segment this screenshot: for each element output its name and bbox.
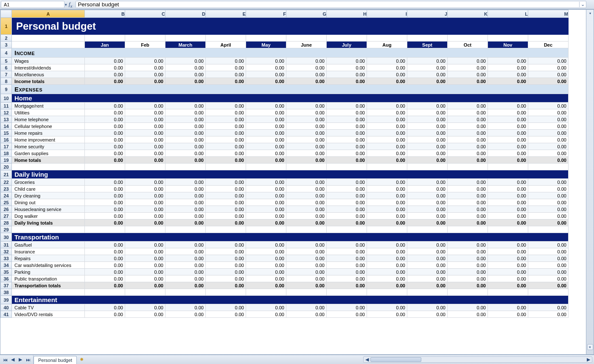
value-cell[interactable]: 0.00 xyxy=(488,220,528,226)
value-cell[interactable]: 0.00 xyxy=(327,150,367,157)
row-header[interactable]: 29 xyxy=(1,226,12,233)
value-cell[interactable]: 0.00 xyxy=(488,304,528,311)
income-row[interactable]: Miscellaneous xyxy=(12,71,85,78)
value-cell[interactable]: 0.00 xyxy=(327,157,367,164)
value-cell[interactable]: 0.00 xyxy=(206,220,246,226)
value-cell[interactable]: 0.00 xyxy=(448,242,488,248)
value-cell[interactable]: 0.00 xyxy=(528,311,569,318)
value-cell[interactable]: 0.00 xyxy=(206,269,246,275)
row-header[interactable]: 9 xyxy=(1,85,12,94)
value-cell[interactable]: 0.00 xyxy=(206,262,246,269)
expense-row[interactable]: Car wash/detailing services xyxy=(12,262,85,269)
expense-row[interactable]: Repairs xyxy=(12,255,85,262)
value-cell[interactable]: 0.00 xyxy=(85,304,125,311)
value-cell[interactable]: 0.00 xyxy=(246,64,286,71)
value-cell[interactable]: 0.00 xyxy=(125,275,165,282)
value-cell[interactable]: 0.00 xyxy=(407,206,448,213)
value-cell[interactable]: 0.00 xyxy=(448,64,488,71)
value-cell[interactable]: 0.00 xyxy=(327,109,367,116)
value-cell[interactable]: 0.00 xyxy=(246,58,286,64)
cell[interactable] xyxy=(407,164,448,170)
expense-row[interactable]: Cable TV xyxy=(12,304,85,311)
value-cell[interactable]: 0.00 xyxy=(448,78,488,85)
row-header[interactable]: 26 xyxy=(1,206,12,213)
value-cell[interactable]: 0.00 xyxy=(367,220,407,226)
expense-row[interactable]: Cellular telephone xyxy=(12,123,85,130)
value-cell[interactable]: 0.00 xyxy=(125,269,165,275)
value-cell[interactable]: 0.00 xyxy=(165,311,206,318)
cell[interactable] xyxy=(528,226,569,233)
value-cell[interactable]: 0.00 xyxy=(85,248,125,255)
value-cell[interactable]: 0.00 xyxy=(407,58,448,64)
expense-row[interactable]: Groceries xyxy=(12,179,85,186)
sheet-tab[interactable]: Personal budget xyxy=(34,356,77,364)
value-cell[interactable]: 0.00 xyxy=(165,213,206,220)
horizontal-scrollbar[interactable]: ◀ ▶ xyxy=(363,356,592,363)
value-cell[interactable]: 0.00 xyxy=(327,136,367,143)
title-cell[interactable]: Personal budget xyxy=(12,18,569,35)
month-header[interactable]: Sept xyxy=(407,42,448,48)
tab-first-icon[interactable]: ⏮ xyxy=(2,357,8,362)
value-cell[interactable]: 0.00 xyxy=(327,199,367,206)
scroll-track[interactable] xyxy=(370,357,585,362)
row-header[interactable]: 13 xyxy=(1,116,12,123)
value-cell[interactable]: 0.00 xyxy=(407,275,448,282)
month-header[interactable]: March xyxy=(165,42,206,48)
value-cell[interactable]: 0.00 xyxy=(246,248,286,255)
cell[interactable] xyxy=(165,164,206,170)
month-header[interactable]: June xyxy=(286,42,327,48)
value-cell[interactable]: 0.00 xyxy=(165,116,206,123)
value-cell[interactable]: 0.00 xyxy=(85,130,125,136)
cell[interactable] xyxy=(327,164,367,170)
row-header[interactable]: 24 xyxy=(1,192,12,199)
value-cell[interactable]: 0.00 xyxy=(206,255,246,262)
value-cell[interactable]: 0.00 xyxy=(488,103,528,109)
value-cell[interactable]: 0.00 xyxy=(246,255,286,262)
value-cell[interactable]: 0.00 xyxy=(286,58,327,64)
row-header[interactable]: 38 xyxy=(1,289,12,296)
row-header[interactable]: 16 xyxy=(1,136,12,143)
cell[interactable] xyxy=(407,226,448,233)
value-cell[interactable]: 0.00 xyxy=(327,116,367,123)
value-cell[interactable]: 0.00 xyxy=(286,109,327,116)
value-cell[interactable]: 0.00 xyxy=(488,109,528,116)
value-cell[interactable]: 0.00 xyxy=(528,78,569,85)
value-cell[interactable]: 0.00 xyxy=(246,136,286,143)
value-cell[interactable]: 0.00 xyxy=(286,311,327,318)
value-cell[interactable]: 0.00 xyxy=(246,109,286,116)
value-cell[interactable]: 0.00 xyxy=(528,192,569,199)
value-cell[interactable]: 0.00 xyxy=(528,282,569,289)
value-cell[interactable]: 0.00 xyxy=(246,192,286,199)
value-cell[interactable]: 0.00 xyxy=(488,143,528,150)
value-cell[interactable]: 0.00 xyxy=(528,199,569,206)
value-cell[interactable]: 0.00 xyxy=(85,262,125,269)
value-cell[interactable]: 0.00 xyxy=(85,136,125,143)
add-sheet-icon[interactable]: ✸ xyxy=(77,355,86,364)
value-cell[interactable]: 0.00 xyxy=(367,255,407,262)
value-cell[interactable]: 0.00 xyxy=(85,199,125,206)
value-cell[interactable]: 0.00 xyxy=(125,262,165,269)
value-cell[interactable]: 0.00 xyxy=(165,143,206,150)
value-cell[interactable]: 0.00 xyxy=(85,103,125,109)
value-cell[interactable]: 0.00 xyxy=(327,248,367,255)
value-cell[interactable]: 0.00 xyxy=(327,192,367,199)
value-cell[interactable]: 0.00 xyxy=(85,282,125,289)
value-cell[interactable]: 0.00 xyxy=(528,136,569,143)
value-cell[interactable]: 0.00 xyxy=(367,78,407,85)
cell[interactable] xyxy=(367,164,407,170)
row-header[interactable]: 22 xyxy=(1,179,12,186)
row-header[interactable]: 34 xyxy=(1,262,12,269)
scroll-left-icon[interactable]: ◀ xyxy=(364,357,370,362)
expense-row[interactable]: Home telephone xyxy=(12,116,85,123)
value-cell[interactable]: 0.00 xyxy=(488,123,528,130)
category-total[interactable]: Daily living totals xyxy=(12,220,85,226)
cell[interactable] xyxy=(206,226,246,233)
value-cell[interactable]: 0.00 xyxy=(488,262,528,269)
value-cell[interactable]: 0.00 xyxy=(246,150,286,157)
row-header[interactable]: 3 xyxy=(1,42,12,48)
value-cell[interactable]: 0.00 xyxy=(528,157,569,164)
value-cell[interactable]: 0.00 xyxy=(448,136,488,143)
row-header[interactable]: 23 xyxy=(1,186,12,192)
value-cell[interactable]: 0.00 xyxy=(125,179,165,186)
value-cell[interactable]: 0.00 xyxy=(206,116,246,123)
